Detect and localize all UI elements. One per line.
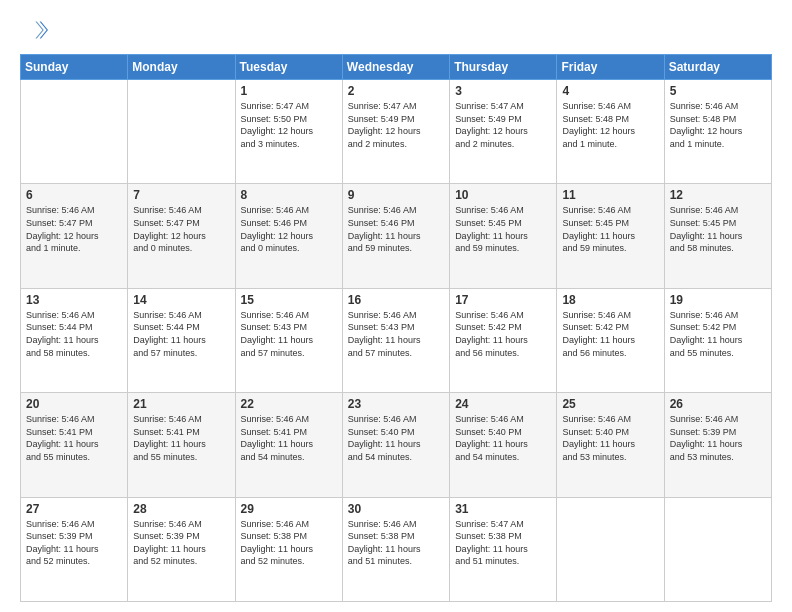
cell-text: Daylight: 11 hours <box>26 334 122 347</box>
cell-text: Daylight: 11 hours <box>241 334 337 347</box>
cell-text: Sunrise: 5:46 AM <box>133 204 229 217</box>
calendar-cell: 30Sunrise: 5:46 AMSunset: 5:38 PMDayligh… <box>342 497 449 601</box>
cell-text: Sunrise: 5:46 AM <box>562 413 658 426</box>
cell-text: and 55 minutes. <box>670 347 766 360</box>
calendar-cell: 12Sunrise: 5:46 AMSunset: 5:45 PMDayligh… <box>664 184 771 288</box>
calendar-cell: 19Sunrise: 5:46 AMSunset: 5:42 PMDayligh… <box>664 288 771 392</box>
cell-text: and 52 minutes. <box>133 555 229 568</box>
cell-text: Sunset: 5:44 PM <box>26 321 122 334</box>
cell-text: Sunset: 5:40 PM <box>348 426 444 439</box>
cell-text: and 54 minutes. <box>348 451 444 464</box>
calendar-cell: 15Sunrise: 5:46 AMSunset: 5:43 PMDayligh… <box>235 288 342 392</box>
calendar-cell: 2Sunrise: 5:47 AMSunset: 5:49 PMDaylight… <box>342 80 449 184</box>
cell-text: Sunrise: 5:46 AM <box>455 309 551 322</box>
cell-text: and 1 minute. <box>26 242 122 255</box>
cell-text: Sunrise: 5:46 AM <box>133 309 229 322</box>
day-number: 8 <box>241 188 337 202</box>
day-number: 9 <box>348 188 444 202</box>
cell-text: and 55 minutes. <box>133 451 229 464</box>
calendar-cell: 28Sunrise: 5:46 AMSunset: 5:39 PMDayligh… <box>128 497 235 601</box>
cell-text: Sunset: 5:39 PM <box>26 530 122 543</box>
cell-text: and 0 minutes. <box>133 242 229 255</box>
cell-text: Daylight: 12 hours <box>670 125 766 138</box>
cell-text: Sunrise: 5:46 AM <box>26 204 122 217</box>
calendar-cell: 31Sunrise: 5:47 AMSunset: 5:38 PMDayligh… <box>450 497 557 601</box>
cell-text: Sunset: 5:46 PM <box>348 217 444 230</box>
cell-text: Sunset: 5:38 PM <box>455 530 551 543</box>
cell-text: Daylight: 11 hours <box>562 334 658 347</box>
cell-text: Sunrise: 5:46 AM <box>348 309 444 322</box>
cell-text: Daylight: 11 hours <box>26 438 122 451</box>
calendar-cell: 3Sunrise: 5:47 AMSunset: 5:49 PMDaylight… <box>450 80 557 184</box>
cell-text: and 53 minutes. <box>670 451 766 464</box>
calendar-day-header: Tuesday <box>235 55 342 80</box>
calendar-cell: 23Sunrise: 5:46 AMSunset: 5:40 PMDayligh… <box>342 393 449 497</box>
cell-text: Daylight: 11 hours <box>26 543 122 556</box>
calendar-cell: 13Sunrise: 5:46 AMSunset: 5:44 PMDayligh… <box>21 288 128 392</box>
calendar-cell: 27Sunrise: 5:46 AMSunset: 5:39 PMDayligh… <box>21 497 128 601</box>
cell-text: Sunset: 5:45 PM <box>455 217 551 230</box>
cell-text: Daylight: 11 hours <box>562 230 658 243</box>
cell-text: Sunset: 5:49 PM <box>455 113 551 126</box>
cell-text: Daylight: 11 hours <box>455 334 551 347</box>
cell-text: Sunset: 5:38 PM <box>241 530 337 543</box>
cell-text: Sunrise: 5:46 AM <box>348 204 444 217</box>
day-number: 20 <box>26 397 122 411</box>
cell-text: and 54 minutes. <box>241 451 337 464</box>
cell-text: Sunrise: 5:46 AM <box>455 204 551 217</box>
cell-text: Daylight: 12 hours <box>241 125 337 138</box>
cell-text: and 51 minutes. <box>455 555 551 568</box>
cell-text: Sunrise: 5:47 AM <box>455 100 551 113</box>
day-number: 23 <box>348 397 444 411</box>
day-number: 18 <box>562 293 658 307</box>
cell-text: Sunrise: 5:46 AM <box>241 413 337 426</box>
cell-text: Sunrise: 5:46 AM <box>670 100 766 113</box>
cell-text: and 57 minutes. <box>348 347 444 360</box>
day-number: 15 <box>241 293 337 307</box>
cell-text: Daylight: 12 hours <box>133 230 229 243</box>
cell-text: Sunrise: 5:46 AM <box>241 204 337 217</box>
cell-text: Sunset: 5:41 PM <box>133 426 229 439</box>
calendar-table: SundayMondayTuesdayWednesdayThursdayFrid… <box>20 54 772 602</box>
day-number: 26 <box>670 397 766 411</box>
cell-text: Sunrise: 5:47 AM <box>348 100 444 113</box>
calendar-cell: 18Sunrise: 5:46 AMSunset: 5:42 PMDayligh… <box>557 288 664 392</box>
day-number: 13 <box>26 293 122 307</box>
cell-text: Daylight: 12 hours <box>562 125 658 138</box>
cell-text: Sunrise: 5:46 AM <box>670 413 766 426</box>
cell-text: Sunrise: 5:46 AM <box>562 204 658 217</box>
cell-text: Daylight: 12 hours <box>348 125 444 138</box>
cell-text: Sunset: 5:45 PM <box>562 217 658 230</box>
cell-text: Daylight: 11 hours <box>455 230 551 243</box>
cell-text: and 1 minute. <box>670 138 766 151</box>
calendar-cell: 24Sunrise: 5:46 AMSunset: 5:40 PMDayligh… <box>450 393 557 497</box>
calendar-cell <box>664 497 771 601</box>
cell-text: Sunset: 5:49 PM <box>348 113 444 126</box>
calendar-cell: 7Sunrise: 5:46 AMSunset: 5:47 PMDaylight… <box>128 184 235 288</box>
cell-text: Sunset: 5:40 PM <box>562 426 658 439</box>
cell-text: and 54 minutes. <box>455 451 551 464</box>
cell-text: Sunrise: 5:46 AM <box>133 413 229 426</box>
cell-text: Sunset: 5:38 PM <box>348 530 444 543</box>
cell-text: Daylight: 12 hours <box>455 125 551 138</box>
cell-text: Daylight: 11 hours <box>348 438 444 451</box>
calendar-cell: 22Sunrise: 5:46 AMSunset: 5:41 PMDayligh… <box>235 393 342 497</box>
cell-text: Daylight: 11 hours <box>133 334 229 347</box>
cell-text: Daylight: 12 hours <box>241 230 337 243</box>
calendar-week-row: 20Sunrise: 5:46 AMSunset: 5:41 PMDayligh… <box>21 393 772 497</box>
calendar-cell: 25Sunrise: 5:46 AMSunset: 5:40 PMDayligh… <box>557 393 664 497</box>
cell-text: and 59 minutes. <box>348 242 444 255</box>
cell-text: Daylight: 11 hours <box>133 543 229 556</box>
day-number: 17 <box>455 293 551 307</box>
cell-text: Sunrise: 5:46 AM <box>562 309 658 322</box>
calendar-week-row: 13Sunrise: 5:46 AMSunset: 5:44 PMDayligh… <box>21 288 772 392</box>
cell-text: Sunset: 5:46 PM <box>241 217 337 230</box>
cell-text: and 52 minutes. <box>26 555 122 568</box>
cell-text: and 59 minutes. <box>455 242 551 255</box>
cell-text: Sunset: 5:48 PM <box>670 113 766 126</box>
cell-text: Sunset: 5:42 PM <box>455 321 551 334</box>
day-number: 21 <box>133 397 229 411</box>
cell-text: and 3 minutes. <box>241 138 337 151</box>
cell-text: Sunset: 5:47 PM <box>133 217 229 230</box>
calendar-cell: 5Sunrise: 5:46 AMSunset: 5:48 PMDaylight… <box>664 80 771 184</box>
